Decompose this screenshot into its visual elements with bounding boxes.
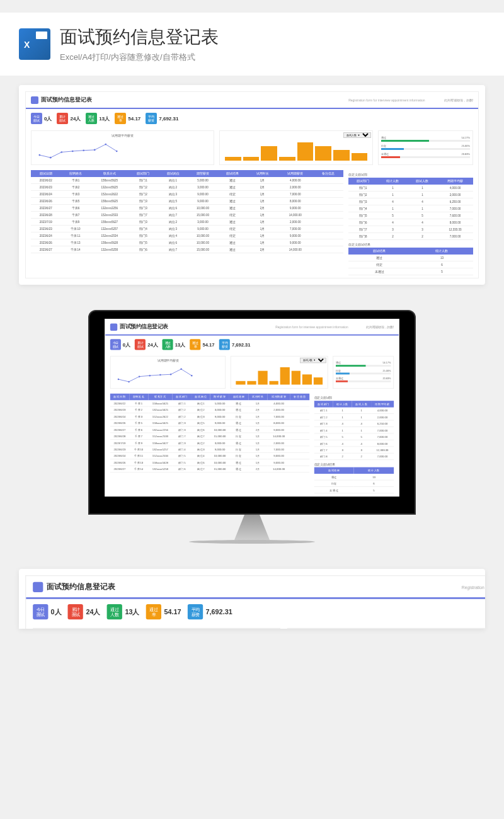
col-header: 面试部门: [173, 394, 192, 400]
side-panel: 自定义面试部面试部门统计人数面试人数用期平均薪部门1114,000.00部门21…: [314, 394, 394, 494]
table-row: 通过13: [348, 255, 473, 261]
bar: [243, 157, 260, 161]
kpi-value: 54.17: [128, 116, 140, 122]
cell: [313, 212, 343, 219]
svg-point-3: [72, 151, 74, 152]
side-table-1: 面试部门统计人数面试人数用期平均薪部门1114,000.00部门2112,000…: [348, 178, 473, 240]
cell: 7,000.00: [371, 427, 394, 433]
cell: 通过: [229, 406, 248, 413]
side2-title: 自定义面试结果: [314, 462, 394, 466]
cell: 通过: [229, 439, 248, 445]
cell: [313, 246, 343, 253]
cell: 岗位7: [192, 466, 210, 472]
table-row: 部门6448,000.00: [314, 440, 394, 446]
cell: 2023/6/26: [31, 239, 60, 246]
chart-dropdown[interactable]: 面试人数 ▼: [300, 358, 326, 364]
cell: 1月: [248, 226, 277, 232]
side1-title: 自定义面试部: [314, 396, 394, 400]
chart-dropdown[interactable]: 面试人数 ▼: [343, 132, 371, 138]
cell: 158xxxx5625: [91, 177, 129, 184]
line-chart: 试用期平均薪资: [33, 628, 280, 629]
cell: 部门6: [173, 466, 192, 472]
bar: [314, 377, 323, 384]
page-header: 面试预约信息登记表 Excel/A4打印/内容随意修改/自带格式: [0, 13, 504, 76]
progress-item: 待定25.00%: [336, 369, 391, 375]
cell: 1: [378, 192, 408, 198]
kpi-label: 通过率: [146, 604, 161, 619]
prog-name: 待定: [336, 369, 341, 372]
cell: 岗位6: [158, 239, 188, 246]
cell: 152xxxx2534: [148, 452, 172, 459]
cell: 5,000.00: [188, 177, 217, 184]
cell: 4: [333, 440, 352, 446]
prog-value: 25.00%: [461, 144, 470, 147]
cell: 部门7: [173, 433, 192, 439]
cell: 2023/6/24: [110, 452, 129, 459]
kpi-label: 平均薪资: [219, 339, 230, 350]
cell: 千库10: [60, 226, 90, 232]
cell: 部门6: [348, 219, 378, 226]
col-header: 统计人数: [378, 178, 408, 185]
col-header: 面试结果: [229, 394, 248, 400]
excel-icon: [19, 28, 50, 60]
cell: 1月: [248, 400, 267, 406]
kpi-2: 通过人数13人: [107, 604, 139, 619]
cell: [313, 239, 343, 246]
cell: 2,000.00: [267, 439, 290, 445]
side1-title: 自定义面试部: [348, 173, 473, 176]
cell: 152xxxx2622: [148, 413, 172, 420]
cell: 岗位7: [192, 433, 210, 439]
kpi-0: 今日面试0人: [31, 113, 52, 124]
cell: 岗位2: [158, 219, 188, 226]
cell: 158xxxx5627: [91, 219, 129, 226]
page-subtitle: Excel/A4打印/内容随意修改/自带格式: [60, 52, 219, 63]
table-row: 部门8227,000.00: [348, 233, 473, 240]
cell: 152xxxx2534: [91, 232, 129, 239]
col-header: 试用时长: [248, 170, 277, 177]
progress-chart: 通过54.17%待定25.00%未通过20.83%: [333, 356, 394, 389]
cell: 岗位5: [158, 198, 188, 205]
kpi-label: 平均薪资: [188, 604, 203, 619]
cell: 千库5: [129, 420, 148, 426]
cell: 通过: [229, 400, 248, 406]
cell: 部门3: [173, 427, 192, 433]
cell: 5: [411, 268, 473, 275]
chart1-title: 试用期平均薪资: [34, 134, 211, 137]
bar: [269, 381, 278, 385]
col-header: 应聘姓名: [129, 394, 148, 400]
cell: 5,000.00: [210, 400, 229, 406]
cell: 千库9: [129, 439, 148, 445]
kpi-label: 今日面试: [110, 339, 121, 350]
cell: 12,333.33: [371, 447, 394, 453]
kpi-label: 通过人数: [163, 339, 173, 350]
cell: 132xxxx2256: [148, 427, 172, 433]
cell: [313, 219, 343, 226]
table-row: 部门2112,000.00: [348, 192, 473, 198]
cell: [313, 232, 343, 239]
line-chart: 试用期平均薪资: [110, 356, 226, 389]
bar-chart: 面试人数 ▼: [219, 130, 373, 165]
col-header: 面试结果: [348, 248, 411, 255]
cell: 通过: [218, 239, 248, 246]
cell: 158xxxx5627: [148, 439, 172, 445]
cell: 4: [408, 198, 437, 205]
cell: 2,000.00: [267, 406, 290, 413]
cell: 3,000.00: [188, 219, 217, 226]
cell: [290, 439, 309, 445]
table-row: 部门3446,250.00: [314, 420, 394, 427]
cell: 千库5: [60, 198, 90, 205]
cell: 1: [352, 427, 371, 433]
cell: 1月: [248, 219, 277, 226]
kpi-0: 今日面试0人: [110, 339, 130, 350]
kpi-value: 7,692.31: [206, 608, 232, 616]
kpi-value: 0人: [51, 607, 62, 617]
monitor-screen: 面试预约信息登记表Registration form for interview…: [88, 310, 416, 515]
cell: 部门6: [129, 246, 158, 253]
table-row: 部门5557,600.00: [314, 433, 394, 440]
cell: 部门3: [129, 205, 158, 212]
kpi-label: 通过率: [115, 113, 126, 124]
kpi-label: 通过率: [190, 339, 200, 350]
cell: 2023/6/26: [110, 459, 129, 466]
table-row: 2023/6/27千库6132xxxx2256部门3岗位610,000.00通过…: [31, 205, 343, 212]
cell: 1月: [248, 232, 277, 239]
